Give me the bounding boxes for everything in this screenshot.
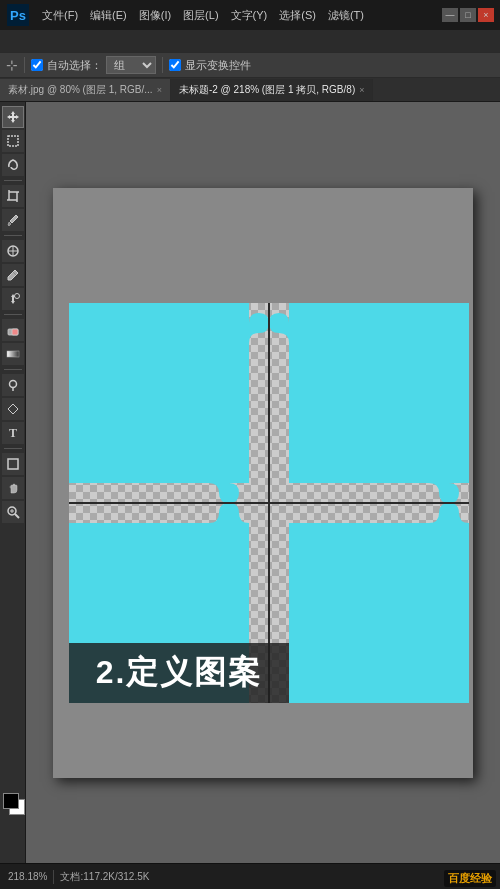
toolbar-spacer-4 bbox=[4, 369, 22, 370]
svg-rect-15 bbox=[7, 351, 19, 357]
tab-source-close[interactable]: × bbox=[157, 85, 162, 95]
patch-tool-button[interactable] bbox=[2, 240, 24, 262]
auto-select-label: 自动选择： bbox=[47, 58, 102, 73]
menu-edit[interactable]: 编辑(E) bbox=[84, 6, 133, 25]
svg-marker-2 bbox=[7, 111, 19, 123]
title-menus: 文件(F) 编辑(E) 图像(I) 图层(L) 文字(Y) 选择(S) 滤镜(T… bbox=[36, 6, 370, 25]
zoom-level: 218.18% bbox=[8, 871, 47, 882]
hand-tool-button[interactable] bbox=[2, 477, 24, 499]
title-bar: Ps 文件(F) 编辑(E) 图像(I) 图层(L) 文字(Y) 选择(S) 滤… bbox=[0, 0, 500, 30]
brush-tool-button[interactable] bbox=[2, 264, 24, 286]
options-bar: ⊹ 自动选择： 组 图层 显示变换控件 bbox=[0, 52, 500, 78]
show-transform-checkbox[interactable] bbox=[169, 59, 181, 71]
title-bar-left: Ps 文件(F) 编辑(E) 图像(I) 图层(L) 文字(Y) 选择(S) 滤… bbox=[6, 3, 370, 27]
tab-active-close[interactable]: × bbox=[359, 85, 364, 95]
fg-color-swatch[interactable] bbox=[3, 793, 19, 809]
menu-select[interactable]: 选择(S) bbox=[273, 6, 322, 25]
dodge-tool-button[interactable] bbox=[2, 374, 24, 396]
menu-layer[interactable]: 图层(L) bbox=[177, 6, 224, 25]
show-transform-label: 显示变换控件 bbox=[185, 58, 251, 73]
pen-tool-button[interactable] bbox=[2, 398, 24, 420]
menu-text[interactable]: 文字(Y) bbox=[225, 6, 274, 25]
svg-rect-20 bbox=[8, 459, 18, 469]
svg-line-18 bbox=[13, 404, 18, 409]
text-tool-button[interactable]: T bbox=[2, 422, 24, 444]
menu-image[interactable]: 图像(I) bbox=[133, 6, 177, 25]
toolbar-spacer-5 bbox=[4, 448, 22, 449]
left-toolbar: T bbox=[0, 102, 26, 863]
svg-point-12 bbox=[14, 294, 19, 299]
doc-size: 文档:117.2K/312.5K bbox=[60, 870, 149, 884]
svg-point-16 bbox=[9, 381, 16, 388]
overlay-text: 2.定义图案 bbox=[96, 651, 263, 695]
status-bar: 218.18% 文档:117.2K/312.5K 百度经验 bbox=[0, 863, 500, 889]
menu-file[interactable]: 文件(F) bbox=[36, 6, 84, 25]
clone-stamp-button[interactable] bbox=[2, 288, 24, 310]
tab-active-label: 未标题-2 @ 218% (图层 1 拷贝, RGB/8) bbox=[179, 83, 355, 97]
minimize-button[interactable]: — bbox=[442, 8, 458, 22]
move-tool-button[interactable] bbox=[2, 106, 24, 128]
tab-active[interactable]: 未标题-2 @ 218% (图层 1 拷贝, RGB/8) × bbox=[171, 79, 374, 101]
toolbar-spacer-1 bbox=[4, 180, 22, 181]
crop-tool-button[interactable] bbox=[2, 185, 24, 207]
svg-rect-14 bbox=[12, 329, 18, 335]
shape-tool-button[interactable] bbox=[2, 453, 24, 475]
lasso-tool-button[interactable] bbox=[2, 154, 24, 176]
tab-source-label: 素材.jpg @ 80% (图层 1, RGB/... bbox=[8, 83, 153, 97]
puzzle-container: 2.定义图案 bbox=[69, 303, 469, 703]
eyedropper-tool-button[interactable] bbox=[2, 209, 24, 231]
close-button[interactable]: × bbox=[478, 8, 494, 22]
options-divider-1 bbox=[24, 57, 25, 73]
maximize-button[interactable]: □ bbox=[460, 8, 476, 22]
tab-source[interactable]: 素材.jpg @ 80% (图层 1, RGB/... × bbox=[0, 79, 171, 101]
toolbar-spacer-3 bbox=[4, 314, 22, 315]
zoom-tool-button[interactable] bbox=[2, 501, 24, 523]
svg-line-22 bbox=[15, 514, 19, 518]
options-divider-2 bbox=[162, 57, 163, 73]
overlay-label: 2.定义图案 bbox=[69, 643, 289, 703]
title-bar-controls: — □ × bbox=[442, 8, 494, 22]
eraser-tool-button[interactable] bbox=[2, 319, 24, 341]
color-swatches[interactable] bbox=[3, 793, 27, 823]
svg-text:Ps: Ps bbox=[10, 8, 26, 23]
auto-select-dropdown[interactable]: 组 图层 bbox=[106, 56, 156, 74]
baidu-brand: 百度经验 bbox=[448, 872, 492, 884]
canvas-area: 2.定义图案 bbox=[26, 102, 500, 863]
auto-select-checkbox[interactable] bbox=[31, 59, 43, 71]
marquee-tool-button[interactable] bbox=[2, 130, 24, 152]
svg-rect-3 bbox=[8, 136, 18, 146]
ps-canvas: 2.定义图案 bbox=[53, 188, 473, 778]
toolbar-spacer-2 bbox=[4, 235, 22, 236]
ps-logo: Ps bbox=[6, 3, 30, 27]
svg-text:T: T bbox=[9, 426, 17, 440]
status-divider-1 bbox=[53, 870, 54, 884]
tab-bar: 素材.jpg @ 80% (图层 1, RGB/... × 未标题-2 @ 21… bbox=[0, 78, 500, 102]
move-tool-icon: ⊹ bbox=[6, 57, 18, 73]
gradient-tool-button[interactable] bbox=[2, 343, 24, 365]
baidu-watermark: 百度经验 bbox=[444, 870, 496, 887]
menu-filter[interactable]: 滤镜(T) bbox=[322, 6, 370, 25]
